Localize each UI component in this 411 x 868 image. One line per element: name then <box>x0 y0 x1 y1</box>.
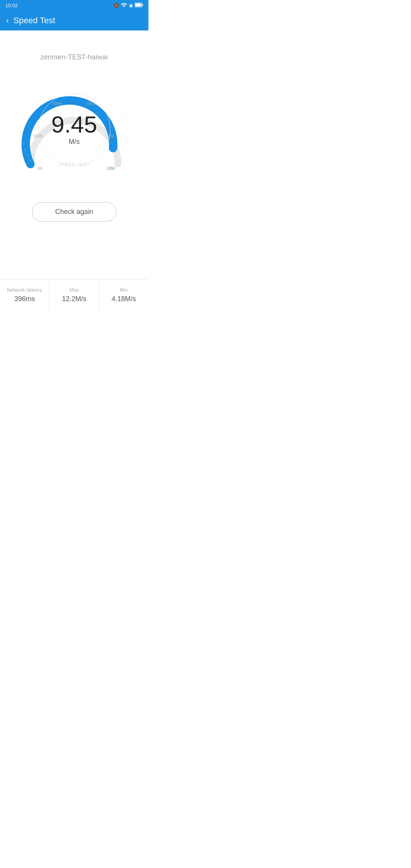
svg-text:450K: 450K <box>86 101 96 106</box>
svg-text:10M: 10M <box>107 166 115 171</box>
wifi-icon <box>121 3 127 8</box>
speed-display: 9.45 M/s <box>51 113 97 146</box>
status-icons: 🔕 ▣ <box>114 3 143 8</box>
svg-text:0K: 0K <box>37 166 43 171</box>
svg-text:1M: 1M <box>108 134 114 138</box>
screen-icon: ▣ <box>129 3 133 8</box>
page-wrapper: 15:02 🔕 ▣ ‹ Speed <box>0 0 148 312</box>
stat-max-value: 12.2M/s <box>62 295 86 303</box>
svg-text:SPEED TEST: SPEED TEST <box>59 163 90 167</box>
stat-max-label: Max <box>70 287 79 293</box>
stat-latency-value: 396ms <box>14 295 35 303</box>
stat-min-value: 4.18M/s <box>112 295 136 303</box>
stat-min: Min 4.18M/s <box>99 279 148 312</box>
stat-max: Max 12.2M/s <box>49 279 99 312</box>
svg-rect-3 <box>142 4 143 6</box>
speed-value: 9.45 <box>51 113 97 136</box>
bottom-stats: Network latency 396ms Max 12.2M/s Min 4.… <box>0 279 148 312</box>
main-content: zenmen-TEST-haiwai 0K 150K <box>0 30 148 244</box>
battery-icon <box>135 3 143 8</box>
status-time: 15:02 <box>5 3 18 8</box>
page-title: Speed Test <box>13 16 55 26</box>
status-bar: 15:02 🔕 ▣ <box>0 0 148 11</box>
svg-text:300K: 300K <box>52 101 62 106</box>
speed-unit: M/s <box>51 138 97 146</box>
stat-latency: Network latency 396ms <box>0 279 49 312</box>
check-again-button[interactable]: Check again <box>32 202 116 222</box>
svg-rect-2 <box>135 4 141 6</box>
back-button[interactable]: ‹ <box>6 16 9 25</box>
svg-text:150K: 150K <box>33 134 43 138</box>
svg-point-0 <box>124 6 124 7</box>
top-bar: ‹ Speed Test <box>0 11 148 30</box>
stat-min-label: Min <box>120 287 128 293</box>
network-name: zenmen-TEST-haiwai <box>40 53 108 61</box>
speedometer: 0K 150K 300K 450K 1M 10M SPEED TEST 9.45… <box>17 73 131 187</box>
mute-icon: 🔕 <box>114 3 119 8</box>
stat-latency-label: Network latency <box>7 287 42 293</box>
